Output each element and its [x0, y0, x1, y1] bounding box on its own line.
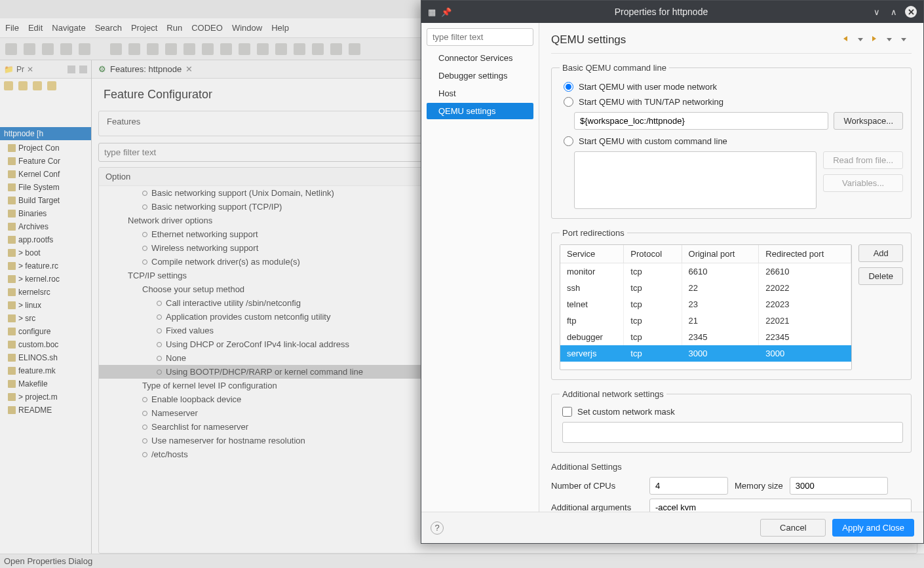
menu-codeo[interactable]: CODEO: [191, 23, 223, 33]
minimize-icon[interactable]: ∨: [871, 6, 883, 18]
minimize-icon[interactable]: [67, 66, 75, 73]
back-menu-icon[interactable]: [858, 33, 868, 43]
col-service: Service: [560, 245, 624, 263]
memory-input[interactable]: [790, 477, 888, 495]
toolbar-button[interactable]: [165, 43, 177, 55]
toolbar-button[interactable]: [24, 43, 35, 55]
menu-search[interactable]: Search: [95, 23, 122, 33]
tree-item[interactable]: > feature.rc: [0, 259, 91, 273]
toolbar-button[interactable]: [312, 43, 324, 55]
tree-item[interactable]: > src: [0, 312, 91, 325]
tree-item[interactable]: README: [0, 404, 91, 417]
tree-item[interactable]: Build Target: [0, 194, 91, 207]
toolbar-button[interactable]: [147, 43, 159, 55]
table-row[interactable]: monitortcp661026610: [560, 263, 851, 280]
tree-item[interactable]: > kernel.roc: [0, 273, 91, 286]
menu-window[interactable]: Window: [232, 23, 262, 33]
cancel-button[interactable]: Cancel: [760, 519, 826, 537]
tree-item[interactable]: feature.mk: [0, 364, 91, 377]
nav-qemu-settings[interactable]: QEMU settings: [427, 103, 533, 119]
tree-item[interactable]: Archives: [0, 220, 91, 233]
radio-tuntap-label: Start QEMU with TUN/TAP networking: [579, 97, 723, 107]
dialog-title: Properties for httpnode: [457, 7, 866, 17]
tree-item[interactable]: kernelsrc: [0, 286, 91, 299]
tree-item[interactable]: > linux: [0, 299, 91, 312]
back-icon[interactable]: [843, 33, 854, 43]
table-row[interactable]: telnettcp2322023: [560, 296, 851, 312]
cpus-input[interactable]: [649, 477, 728, 495]
port-table[interactable]: Service Protocol Original port Redirecte…: [560, 244, 852, 370]
project-explorer-tab[interactable]: 📁Pr ✕: [0, 60, 91, 79]
menu-navigate[interactable]: Navigate: [52, 23, 85, 33]
tree-item[interactable]: File System: [0, 181, 91, 194]
nav-debugger-settings[interactable]: Debugger settings: [427, 67, 533, 84]
maximize-icon[interactable]: ∧: [888, 6, 900, 18]
maximize-icon[interactable]: [79, 66, 87, 73]
table-row[interactable]: debuggertcp234522345: [560, 329, 851, 345]
toolbar-button[interactable]: [330, 43, 342, 55]
forward-menu-icon[interactable]: [887, 33, 897, 43]
toolbar-button[interactable]: [220, 43, 232, 55]
toolbar-button[interactable]: [128, 43, 140, 55]
toolbar-button[interactable]: [349, 43, 360, 55]
toolbar-button[interactable]: [239, 43, 250, 55]
custom-mask-checkbox[interactable]: [562, 407, 572, 417]
tree-item[interactable]: app.rootfs: [0, 233, 91, 246]
nav-filter-input[interactable]: [427, 28, 533, 46]
radio-user-mode[interactable]: [564, 82, 573, 92]
project-root[interactable]: httpnode [h: [0, 127, 91, 140]
project-tree: Project ConFeature CorKernel ConfFile Sy…: [0, 140, 91, 554]
tree-item[interactable]: Binaries: [0, 207, 91, 220]
args-label: Additional arguments: [551, 502, 643, 512]
args-input[interactable]: [649, 499, 912, 512]
workspace-input[interactable]: [574, 112, 828, 130]
project-explorer: 📁Pr ✕ httpnode [h Project ConFeature Cor…: [0, 60, 92, 554]
tree-item[interactable]: > boot: [0, 246, 91, 259]
menu-help[interactable]: Help: [271, 23, 289, 33]
dialog-titlebar: ▦ 📌 Properties for httpnode ∨ ∧ ✕: [421, 1, 923, 23]
menu-project[interactable]: Project: [131, 23, 157, 33]
toolbar-button[interactable]: [60, 43, 72, 55]
tree-item[interactable]: Project Con: [0, 142, 91, 155]
menu-edit[interactable]: Edit: [28, 23, 43, 33]
toolbar-button[interactable]: [257, 43, 269, 55]
tree-item[interactable]: Feature Cor: [0, 155, 91, 168]
pin-icon[interactable]: 📌: [441, 7, 452, 17]
toolbar-button[interactable]: [42, 43, 54, 55]
tree-item[interactable]: > project.m: [0, 390, 91, 404]
toolbar-button[interactable]: [5, 43, 17, 55]
close-icon[interactable]: ✕: [905, 6, 917, 18]
additional-settings-label: Additional Settings: [551, 462, 912, 472]
nav-connector-services[interactable]: Connector Services: [427, 50, 533, 66]
property-nav: Connector Services Debugger settings Hos…: [421, 23, 539, 512]
toolbar-button[interactable]: [275, 43, 287, 55]
workspace-button[interactable]: Workspace...: [834, 112, 903, 130]
delete-port-button[interactable]: Delete: [858, 267, 903, 285]
tree-item[interactable]: Kernel Conf: [0, 168, 91, 181]
table-row[interactable]: ftptcp2122021: [560, 312, 851, 329]
menu-file[interactable]: File: [5, 23, 19, 33]
menu-run[interactable]: Run: [166, 23, 182, 33]
apply-close-button[interactable]: Apply and Close: [832, 519, 914, 537]
toolbar-button[interactable]: [183, 43, 195, 55]
tree-item[interactable]: Makefile: [0, 377, 91, 390]
tree-item[interactable]: configure: [0, 325, 91, 338]
toolbar-button[interactable]: [110, 43, 122, 55]
nav-host[interactable]: Host: [427, 85, 533, 102]
close-icon[interactable]: ✕: [185, 64, 193, 74]
help-icon[interactable]: ?: [431, 521, 444, 535]
view-menu-icon[interactable]: [901, 33, 912, 43]
toolbar-button[interactable]: [202, 43, 214, 55]
radio-custom-cmdline[interactable]: [564, 136, 573, 146]
forward-icon[interactable]: [872, 33, 883, 43]
tree-item[interactable]: ELINOS.sh: [0, 351, 91, 364]
add-port-button[interactable]: Add: [858, 244, 903, 262]
table-row[interactable]: sshtcp2222022: [560, 280, 851, 296]
tree-item[interactable]: custom.boc: [0, 338, 91, 351]
toolbar-button[interactable]: [294, 43, 305, 55]
radio-tuntap[interactable]: [564, 97, 573, 107]
project-root-label: httpnode [h: [4, 129, 43, 138]
radio-custom-cmdline-label: Start QEMU with custom command line: [579, 136, 727, 146]
table-row[interactable]: serverjstcp30003000: [560, 345, 851, 362]
toolbar-button[interactable]: [79, 43, 90, 55]
